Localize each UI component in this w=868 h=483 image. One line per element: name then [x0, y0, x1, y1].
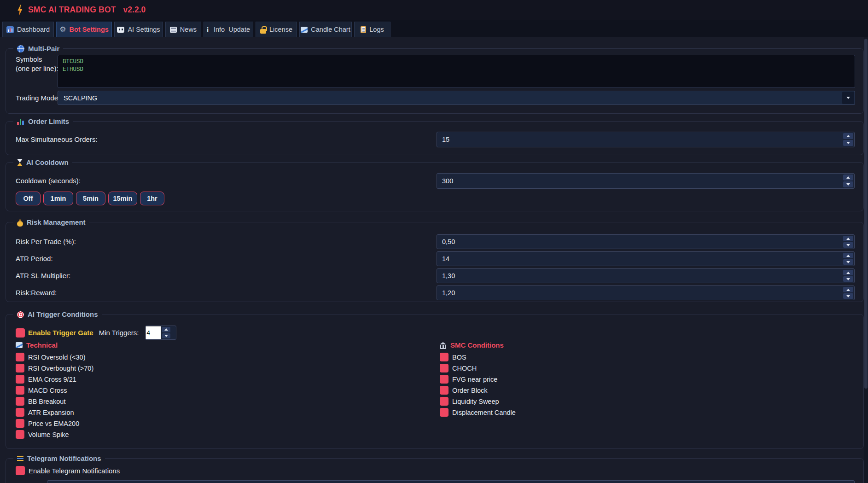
atr-period-input[interactable]: [437, 252, 842, 266]
risk-per-trade-input[interactable]: [437, 235, 842, 249]
check-row: MACD Cross: [16, 386, 209, 395]
ai-trigger-section-title: AI Trigger Conditions: [13, 310, 102, 319]
cooldown-1hr-button[interactable]: 1hr: [140, 192, 164, 205]
smc-title: SMC Conditions: [450, 341, 504, 349]
telegram-token-field[interactable]: [47, 480, 855, 483]
cooldown-label: Cooldown (seconds):: [16, 173, 81, 189]
min-triggers-input[interactable]: [146, 326, 161, 339]
check-row: RSI Oversold (<30): [16, 353, 209, 361]
spin-up-button[interactable]: [843, 236, 853, 241]
tab-label: License: [269, 26, 292, 33]
multi-pair-section: Multi-Pair Symbols (one per line): BTCUS…: [6, 48, 864, 114]
tab-candle-chart[interactable]: Candle Chart: [299, 22, 352, 37]
tab-label: Dashboard: [17, 26, 50, 33]
tab-logs[interactable]: Logs: [354, 22, 390, 37]
risk-reward-spinbox: [437, 285, 855, 300]
max-orders-input[interactable]: [437, 132, 842, 147]
symbols-textarea[interactable]: BTCUSD ETHUSD: [58, 55, 855, 88]
spin-buttons: [842, 286, 854, 300]
atr-period-spinbox: [437, 251, 855, 266]
spin-down-button[interactable]: [843, 259, 853, 265]
spin-down-button[interactable]: [843, 140, 853, 146]
tab-label: Candle Chart: [311, 26, 350, 33]
spin-up-button[interactable]: [162, 327, 170, 332]
globe-icon: [17, 45, 24, 52]
enable-telegram-checkbox[interactable]: [16, 466, 25, 475]
technical-header: Technical: [16, 341, 209, 349]
cooldown-off-button[interactable]: Off: [16, 192, 41, 205]
checkbox-macd-cross[interactable]: [16, 386, 24, 395]
spin-up-button[interactable]: [843, 253, 853, 258]
checkbox-label: BB Breakout: [28, 398, 65, 405]
checkbox-ema-cross[interactable]: [16, 375, 24, 384]
spin-up-button[interactable]: [843, 270, 853, 275]
checkbox-rsi-oversold[interactable]: [16, 353, 24, 361]
check-row: CHOCH: [440, 364, 633, 372]
atr-sl-multiplier-input[interactable]: [437, 269, 842, 283]
cooldown-1min-button[interactable]: 1min: [43, 192, 73, 205]
checkbox-bb-breakout[interactable]: [16, 397, 24, 406]
check-row: Liquidity Sweep: [440, 397, 633, 406]
trading-mode-value: SCALPING: [58, 94, 842, 102]
cooldown-5min-button[interactable]: 5min: [76, 192, 105, 205]
spin-down-button[interactable]: [843, 293, 853, 299]
tab-dashboard[interactable]: Dashboard: [2, 22, 54, 37]
lock-icon: [260, 29, 266, 34]
checkbox-label: RSI Overbought (>70): [28, 365, 93, 372]
checkbox-fvg-near-price[interactable]: [440, 375, 449, 384]
check-row: BB Breakout: [16, 397, 209, 406]
checkbox-displacement-candle[interactable]: [440, 408, 449, 417]
tab-license[interactable]: License: [256, 22, 297, 37]
checkbox-liquidity-sweep[interactable]: [440, 397, 449, 406]
app-title: SMC AI TRADING BOT: [28, 5, 116, 15]
tab-news[interactable]: News: [165, 22, 201, 37]
symbols-label: Symbols (one per line):: [16, 55, 58, 73]
spin-down-button[interactable]: [843, 242, 853, 248]
checkbox-rsi-overbought[interactable]: [16, 364, 24, 372]
checkbox-label: Order Block: [452, 387, 488, 394]
trading-mode-select[interactable]: SCALPING: [58, 91, 855, 105]
tab-bot-settings[interactable]: Bot Settings: [56, 22, 112, 37]
atr-period-label: ATR Period:: [16, 251, 53, 266]
checkbox-bos[interactable]: [440, 353, 449, 361]
check-row: Order Block: [440, 386, 633, 395]
spin-up-button[interactable]: [843, 175, 853, 180]
spin-buttons: [842, 269, 854, 283]
tab-label: AI Settings: [128, 26, 160, 33]
smc-conditions-column: SMC Conditions BOS CHOCH FVG near price …: [440, 341, 633, 419]
spin-up-button[interactable]: [843, 287, 853, 292]
spin-buttons: [161, 326, 171, 339]
tab-info-update[interactable]: Info Update: [204, 22, 253, 37]
check-row: Volume Spike: [16, 430, 209, 439]
checkbox-label: CHOCH: [452, 365, 477, 372]
enable-trigger-gate-checkbox[interactable]: [16, 328, 25, 338]
cooldown-15min-button[interactable]: 15min: [108, 192, 137, 205]
tab-label: News: [180, 26, 197, 33]
risk-management-section: Risk Management Risk Per Trade (%): ATR …: [6, 222, 864, 302]
checkbox-volume-spike[interactable]: [16, 430, 24, 439]
spin-down-button[interactable]: [843, 276, 853, 282]
check-row: BOS: [440, 353, 633, 361]
checkbox-atr-expansion[interactable]: [16, 408, 24, 417]
smc-header: SMC Conditions: [440, 341, 633, 349]
spin-down-button[interactable]: [843, 181, 853, 187]
tab-ai-settings[interactable]: AI Settings: [114, 22, 163, 37]
telegram-section: Telegram Notifications Enable Telegram N…: [6, 458, 864, 483]
bank-icon: [440, 342, 447, 348]
dashboard-icon: [6, 26, 14, 33]
vertical-scrollbar-thumb[interactable]: [864, 39, 868, 389]
spin-up-button[interactable]: [843, 133, 853, 139]
check-row: EMA Cross 9/21: [16, 375, 209, 384]
vertical-scrollbar-track[interactable]: [864, 37, 868, 483]
cooldown-input[interactable]: [437, 174, 842, 188]
checkbox-choch[interactable]: [440, 364, 449, 372]
risk-reward-input[interactable]: [437, 286, 842, 300]
checkbox-label: BOS: [452, 354, 466, 361]
spin-buttons: [842, 252, 854, 266]
check-row: Enable Telegram Notifications: [16, 466, 120, 475]
checkbox-price-vs-ema200[interactable]: [16, 419, 24, 428]
checkbox-order-block[interactable]: [440, 386, 449, 395]
check-row: Price vs EMA200: [16, 419, 209, 428]
checkbox-label: Enable Telegram Notifications: [29, 467, 120, 475]
spin-down-button[interactable]: [162, 333, 170, 339]
